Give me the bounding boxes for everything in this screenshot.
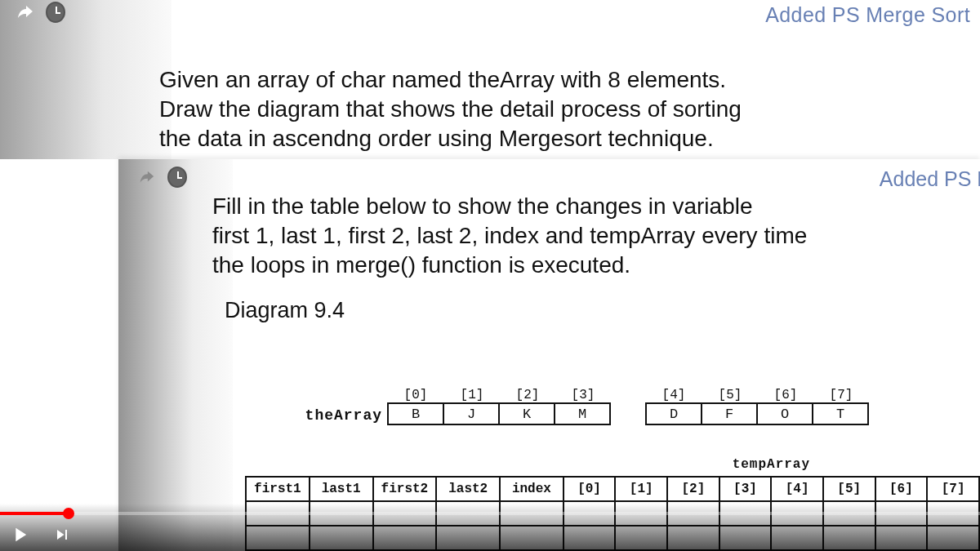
- diagram-label: Diagram 9.4: [225, 298, 345, 323]
- video-frame: Added PS Merge Sort Given an array of ch…: [0, 0, 980, 551]
- clock-icon: [167, 167, 187, 187]
- slide-1-title: Added PS Merge Sort: [765, 3, 970, 27]
- table-row: [246, 526, 979, 550]
- next-button[interactable]: [52, 525, 72, 544]
- clock-icon: [46, 2, 65, 22]
- slide-1-gradient: [0, 0, 172, 159]
- slide-2: Added PS Merge Sort Fill in the table be…: [118, 159, 980, 551]
- slide-2-body: Fill in the table below to show the chan…: [212, 192, 980, 280]
- slide-1-line-3: the data in ascendng order using Mergeso…: [159, 126, 714, 151]
- slide-1-line-1: Given an array of char named theArray wi…: [159, 67, 726, 92]
- the-array-diagram: theArray [0]B [1]J [2]K [3]M [4]D [5]F […: [286, 388, 869, 425]
- trace-table: tempArray first1 last1 first2 last2 inde…: [245, 453, 980, 551]
- slide-2-line-3: the loops in merge() function is execute…: [212, 252, 630, 278]
- share-arrow-icon: [136, 167, 156, 187]
- slide-1-line-2: Draw the diagram that shows the detail p…: [159, 96, 742, 122]
- slide-2-line-2: first 1, last 1, first 2, last 2, index …: [212, 223, 807, 248]
- play-button[interactable]: [8, 523, 31, 546]
- the-array-label: theArray: [286, 407, 387, 425]
- progress-played: [0, 512, 69, 515]
- progress-bar[interactable]: [0, 512, 980, 515]
- slide-2-title: Added PS Merge Sort: [880, 167, 980, 191]
- temp-array-label: tempArray: [564, 453, 979, 477]
- slide-2-line-1: Fill in the table below to show the chan…: [212, 193, 753, 219]
- slide-1: Added PS Merge Sort Given an array of ch…: [0, 0, 980, 159]
- share-arrow-icon: [15, 2, 34, 22]
- slide-1-body: Given an array of char named theArray wi…: [159, 65, 973, 153]
- progress-scrubber[interactable]: [63, 508, 74, 519]
